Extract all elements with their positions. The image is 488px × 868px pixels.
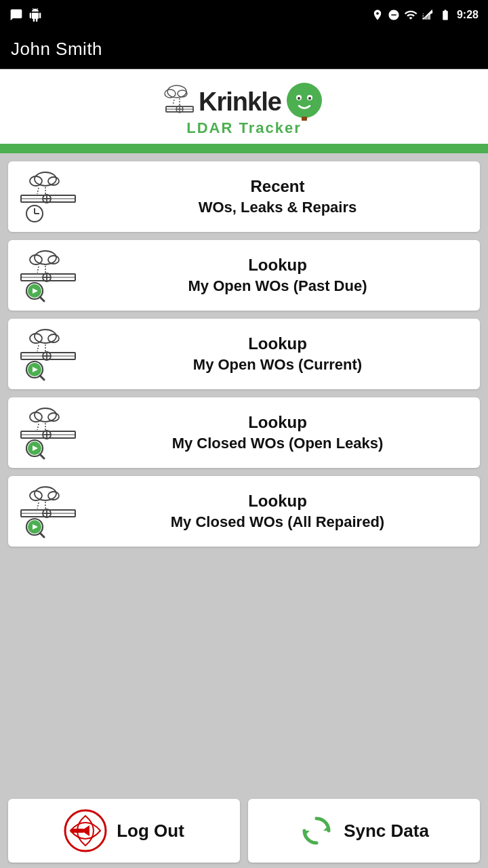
menu-text-closed-all-repaired: Lookup My Closed WOs (All Repaired)	[87, 490, 468, 533]
pipe-search-play-icon-4	[20, 484, 84, 538]
menu-item-recent[interactable]: Recent WOs, Leaks & Repairs	[8, 161, 480, 232]
menu-icon-closed-open-leaks	[16, 406, 87, 460]
status-left-icons	[9, 8, 42, 22]
menu-item-closed-open-leaks[interactable]: Lookup My Closed WOs (Open Leaks)	[8, 397, 480, 468]
svg-rect-87	[70, 829, 84, 833]
logo-area: Krinkle LDAR Tracker	[0, 69, 488, 146]
pipe-clock-icon	[20, 170, 84, 224]
svg-point-44	[30, 334, 42, 343]
menu-line1-open-past-due: Lookup	[87, 254, 468, 277]
mascot-icon	[284, 81, 325, 122]
menu-icon-recent	[16, 170, 87, 224]
menu-item-closed-all-repaired[interactable]: Lookup My Closed WOs (All Repaired)	[8, 476, 480, 547]
sync-label: Sync Data	[344, 821, 429, 842]
status-right-icons: 9:28	[371, 8, 479, 22]
menu-icon-open-past-due	[16, 248, 87, 302]
logo-container: Krinkle LDAR Tracker	[163, 81, 325, 137]
green-separator-bar	[0, 146, 488, 153]
svg-line-70	[40, 454, 44, 458]
message-icon	[9, 8, 23, 22]
menu-line2-closed-all-repaired: My Closed WOs (All Repaired)	[87, 512, 468, 533]
svg-line-8	[173, 100, 174, 105]
menu-icon-closed-all-repaired	[16, 484, 87, 538]
logout-label: Log Out	[117, 821, 184, 842]
svg-line-51	[37, 345, 39, 351]
krinkle-pipe-logo-icon	[163, 83, 196, 121]
svg-line-42	[40, 297, 44, 301]
svg-point-1	[165, 90, 176, 98]
menu-line2-closed-open-leaks: My Closed WOs (Open Leaks)	[87, 433, 468, 454]
svg-line-79	[37, 502, 39, 509]
sync-icon	[299, 813, 334, 848]
user-name: John Smith	[11, 39, 102, 60]
sync-button[interactable]: Sync Data	[248, 799, 480, 863]
menu-line1-open-current: Lookup	[87, 332, 468, 355]
status-bar: 9:28	[0, 0, 488, 30]
svg-point-57	[35, 408, 56, 422]
logo-app-name: Krinkle	[199, 87, 281, 117]
wifi-icon	[404, 8, 418, 22]
svg-line-56	[40, 376, 44, 380]
logout-button[interactable]: Log Out	[8, 799, 240, 863]
dnd-icon	[388, 9, 400, 21]
svg-line-37	[37, 267, 39, 273]
svg-rect-15	[302, 117, 307, 121]
time-display: 9:28	[457, 9, 479, 21]
pipe-search-play-icon-3	[20, 406, 84, 460]
svg-point-13	[298, 97, 300, 100]
menu-list: Recent WOs, Leaks & Repairs	[0, 153, 488, 555]
svg-point-58	[30, 412, 42, 422]
logo-sub-name: LDAR Tracker	[186, 119, 302, 137]
svg-point-72	[30, 491, 42, 500]
svg-point-10	[287, 83, 322, 118]
menu-line2-open-past-due: My Open WOs (Past Due)	[87, 276, 468, 297]
svg-point-30	[30, 255, 42, 264]
user-header: John Smith	[0, 30, 488, 69]
bottom-action-bar: Log Out Sync Data	[0, 793, 488, 868]
menu-line1-closed-open-leaks: Lookup	[87, 411, 468, 434]
svg-point-43	[35, 330, 56, 343]
battery-icon	[438, 9, 453, 21]
svg-line-65	[37, 424, 39, 430]
menu-text-recent: Recent WOs, Leaks & Repairs	[87, 175, 468, 218]
svg-point-17	[30, 176, 42, 186]
menu-text-open-current: Lookup My Open WOs (Current)	[87, 332, 468, 376]
android-icon	[28, 8, 42, 22]
pipe-search-play-icon-2	[20, 327, 84, 381]
svg-point-14	[308, 97, 311, 100]
menu-line1-recent: Recent	[87, 175, 468, 198]
menu-icon-open-current	[16, 327, 87, 381]
menu-text-closed-open-leaks: Lookup My Closed WOs (Open Leaks)	[87, 411, 468, 454]
menu-line2-open-current: My Open WOs (Current)	[87, 355, 468, 376]
logo-top: Krinkle	[163, 81, 325, 122]
svg-point-0	[167, 85, 186, 98]
svg-line-84	[40, 533, 44, 537]
pipe-search-play-icon-1	[20, 248, 84, 302]
signal-off-icon	[422, 9, 434, 21]
menu-line1-closed-all-repaired: Lookup	[87, 490, 468, 513]
svg-point-16	[35, 172, 56, 186]
menu-text-open-past-due: Lookup My Open WOs (Past Due)	[87, 254, 468, 297]
logout-icon	[64, 809, 107, 852]
menu-item-open-past-due[interactable]: Lookup My Open WOs (Past Due)	[8, 240, 480, 311]
svg-point-29	[35, 251, 56, 264]
svg-point-71	[35, 487, 56, 500]
svg-line-24	[37, 188, 39, 194]
menu-line2-recent: WOs, Leaks & Repairs	[87, 197, 468, 218]
location-icon	[371, 9, 384, 21]
menu-item-open-current[interactable]: Lookup My Open WOs (Current)	[8, 319, 480, 389]
